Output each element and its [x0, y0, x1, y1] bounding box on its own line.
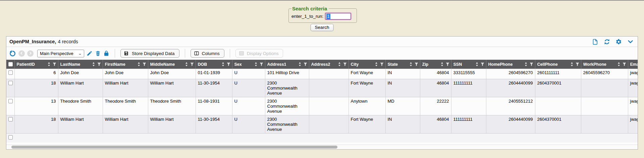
search-button[interactable]: Search: [311, 24, 334, 31]
toolbar-separator: [115, 49, 115, 58]
table-viewport: PatientIDLastNameFirstNameMiddleNameDOBS…: [6, 60, 638, 143]
column-header-city[interactable]: City: [348, 60, 385, 69]
column-header-sex[interactable]: Sex: [232, 60, 265, 69]
trash-icon[interactable]: [95, 50, 101, 56]
sort-icon[interactable]: [338, 62, 341, 67]
horizontal-scrollbar[interactable]: [6, 145, 638, 149]
filter-icon[interactable]: [52, 62, 57, 66]
store-displayed-data-button[interactable]: Store Displayed Data: [120, 49, 179, 58]
filter-icon[interactable]: [575, 62, 580, 66]
column-header-ssn[interactable]: SSN: [451, 60, 486, 69]
cell-middlename: John Doe: [148, 69, 196, 79]
collapse-chevron-icon[interactable]: [627, 39, 634, 45]
gear-icon[interactable]: [615, 39, 622, 45]
search-criteria-panel: Search criteria enter_1_to_run: 1: [288, 6, 357, 23]
undo-icon[interactable]: [9, 50, 16, 57]
back-button[interactable]: [18, 50, 25, 57]
column-header-state[interactable]: State: [385, 60, 420, 69]
cell-patientid: 18: [14, 115, 58, 133]
horizontal-scrollbar-thumb[interactable]: [11, 146, 337, 149]
cell-email: jwagc: [628, 79, 638, 97]
sort-icon[interactable]: [185, 62, 188, 67]
cell-lastname: William Hart: [58, 115, 103, 133]
run-value-selected-text: 1: [326, 14, 330, 19]
sort-icon[interactable]: [137, 62, 141, 67]
table-row: 6John DoeJohn DoeJohn Doe01-01-1939U101 …: [6, 69, 638, 79]
cell-cellphone: 2604370001: [535, 79, 581, 97]
sort-icon[interactable]: [475, 62, 479, 67]
sort-icon[interactable]: [254, 62, 258, 67]
new-document-icon[interactable]: [592, 39, 598, 45]
refresh-icon[interactable]: [604, 39, 610, 45]
cell-workphone: [581, 97, 628, 115]
sort-icon[interactable]: [47, 62, 51, 67]
sort-icon[interactable]: [409, 62, 413, 67]
sort-icon[interactable]: [92, 62, 95, 67]
column-header-cellphone[interactable]: CellPhone: [535, 60, 581, 69]
column-header-homephone[interactable]: HomePhone: [486, 60, 535, 69]
cell-homephone: 2604440099: [486, 79, 535, 97]
filter-icon[interactable]: [414, 62, 419, 66]
record-count: 4 records: [58, 39, 78, 44]
table-row: 18William HartWilliam HartWilliam Hart11…: [6, 115, 638, 133]
filter-icon[interactable]: [97, 62, 101, 66]
column-header-firstname[interactable]: FirstName: [103, 60, 148, 69]
filter-icon[interactable]: [445, 62, 450, 66]
sort-icon[interactable]: [617, 62, 621, 67]
row-checkbox[interactable]: [8, 70, 13, 75]
filter-icon[interactable]: [259, 62, 264, 66]
run-value-input[interactable]: 1: [325, 13, 351, 20]
cell-state: IN: [385, 79, 420, 97]
filter-icon[interactable]: [226, 62, 231, 66]
sort-icon[interactable]: [440, 62, 444, 67]
column-header-patientid[interactable]: PatientID: [14, 60, 58, 69]
filter-icon[interactable]: [480, 62, 485, 66]
cell-middlename: William Hart: [148, 79, 196, 97]
perspective-select-value: Main Perspective: [40, 51, 73, 56]
new-row: [6, 133, 638, 143]
cell-middlename: Theodore Smith: [148, 97, 196, 115]
filter-icon[interactable]: [380, 62, 384, 66]
sort-icon[interactable]: [375, 62, 378, 67]
sort-icon[interactable]: [298, 62, 302, 67]
column-header-workphone[interactable]: WorkPhone: [581, 60, 628, 69]
columns-button[interactable]: Columns: [191, 49, 224, 58]
column-header-dob[interactable]: DOB: [196, 60, 232, 69]
display-options-button[interactable]: Display Options: [235, 49, 283, 58]
cell-address1: 2300 Commonwealth Avenue: [265, 79, 309, 97]
cell-email: jwagc: [628, 97, 638, 115]
cell-firstname: William Hart: [103, 79, 148, 97]
cell-firstname: Theodore Smith: [103, 97, 148, 115]
edit-pencil-icon[interactable]: [87, 50, 93, 56]
filter-icon[interactable]: [343, 62, 347, 66]
filter-icon[interactable]: [622, 62, 627, 66]
column-header-middlename[interactable]: MiddleName: [148, 60, 196, 69]
forward-button[interactable]: [27, 50, 34, 57]
filter-icon[interactable]: [142, 62, 147, 66]
cell-address1: 2300 Commonwealth Avenue: [265, 115, 309, 133]
search-criteria-fieldset: Search criteria enter_1_to_run: 1: [288, 6, 357, 23]
cell-lastname: William Hart: [58, 79, 103, 97]
sort-icon[interactable]: [221, 62, 225, 67]
filter-icon[interactable]: [190, 62, 194, 66]
column-header-lastname[interactable]: LastName: [58, 60, 103, 69]
cell-workphone: 26045596270: [581, 69, 628, 79]
sort-icon[interactable]: [524, 62, 528, 67]
panel-title: OpenPM_Insurance,4 records: [9, 39, 78, 44]
row-checkbox[interactable]: [8, 81, 13, 85]
column-header-address2[interactable]: Address2: [309, 60, 348, 69]
filter-icon[interactable]: [303, 62, 308, 66]
row-checkbox[interactable]: [8, 117, 13, 121]
cell-lastname: John Doe: [58, 69, 103, 79]
cell-workphone: [581, 115, 628, 133]
lock-icon[interactable]: [103, 50, 109, 56]
column-header-email[interactable]: Email: [628, 60, 638, 69]
column-header-address1[interactable]: Address1: [265, 60, 309, 69]
sort-icon[interactable]: [570, 62, 574, 67]
filter-icon[interactable]: [529, 62, 534, 66]
new-row-checkbox[interactable]: [8, 135, 13, 140]
column-header-zip[interactable]: Zip: [420, 60, 451, 69]
row-checkbox[interactable]: [8, 99, 13, 103]
select-all-checkbox[interactable]: [8, 62, 13, 66]
perspective-select[interactable]: Main Perspective ⌄: [37, 50, 84, 57]
